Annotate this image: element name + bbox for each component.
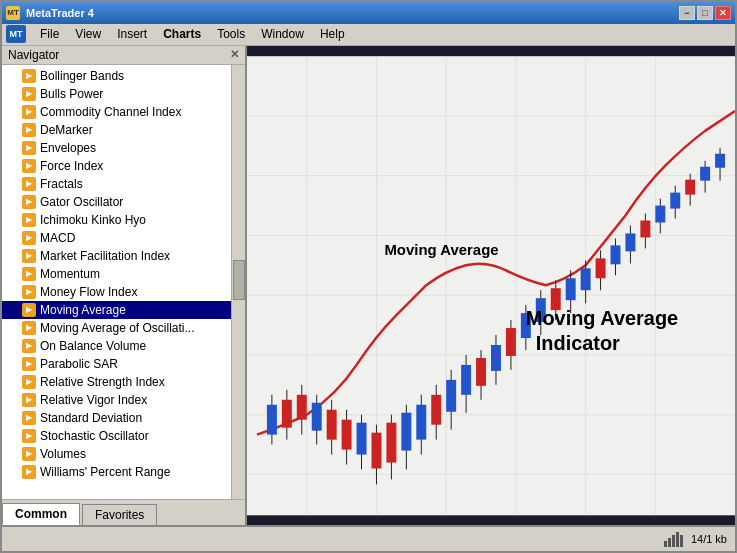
nav-item-icon: ▶ — [22, 195, 36, 209]
chart-svg: Moving Average Moving Average Indicator — [247, 46, 735, 525]
status-kb-label: 14/1 kb — [691, 533, 727, 545]
nav-item-label: On Balance Volume — [40, 339, 146, 353]
nav-item-icon: ▶ — [22, 393, 36, 407]
status-bar: 14/1 kb — [2, 525, 735, 551]
title-bar: MT MetaTrader 4 − □ ✕ — [2, 2, 735, 24]
menu-view[interactable]: View — [67, 25, 109, 43]
nav-item-icon: ▶ — [22, 429, 36, 443]
menu-window[interactable]: Window — [253, 25, 312, 43]
menu-app-icon: MT — [6, 25, 26, 43]
navigator-title: Navigator — [8, 48, 59, 62]
nav-item-icon: ▶ — [22, 213, 36, 227]
nav-item-label: Standard Deviation — [40, 411, 142, 425]
window-controls: − □ ✕ — [679, 6, 731, 20]
svg-rect-23 — [327, 409, 337, 439]
nav-item-label: Momentum — [40, 267, 100, 281]
nav-item[interactable]: ▶MACD — [2, 229, 245, 247]
nav-item[interactable]: ▶Bulls Power — [2, 85, 245, 103]
nav-item[interactable]: ▶Relative Strength Index — [2, 373, 245, 391]
nav-item-label: Money Flow Index — [40, 285, 137, 299]
maximize-button[interactable]: □ — [697, 6, 713, 20]
svg-rect-43 — [476, 358, 486, 386]
nav-item-label: Volumes — [40, 447, 86, 461]
nav-item-label: Relative Strength Index — [40, 375, 165, 389]
svg-rect-21 — [312, 402, 322, 430]
svg-rect-37 — [431, 394, 441, 424]
nav-item[interactable]: ▶Moving Average — [2, 301, 245, 319]
nav-item-icon: ▶ — [22, 285, 36, 299]
tab-common[interactable]: Common — [2, 503, 80, 525]
nav-item-label: MACD — [40, 231, 75, 245]
svg-rect-19 — [297, 394, 307, 419]
vol-bar-3 — [672, 535, 675, 547]
svg-rect-59 — [596, 258, 606, 278]
navigator-tabs: Common Favorites — [2, 499, 245, 525]
nav-item-label: Envelopes — [40, 141, 96, 155]
nav-item-label: Gator Oscillator — [40, 195, 123, 209]
navigator-close-btn[interactable]: ✕ — [230, 48, 239, 61]
nav-item-label: Bulls Power — [40, 87, 103, 101]
svg-rect-27 — [357, 422, 367, 454]
nav-item[interactable]: ▶Commodity Channel Index — [2, 103, 245, 121]
nav-item-icon: ▶ — [22, 141, 36, 155]
nav-item-icon: ▶ — [22, 357, 36, 371]
svg-rect-69 — [670, 192, 680, 208]
nav-item[interactable]: ▶Momentum — [2, 265, 245, 283]
menu-help[interactable]: Help — [312, 25, 353, 43]
nav-item-label: Market Facilitation Index — [40, 249, 170, 263]
vol-bar-2 — [668, 538, 671, 547]
tab-favorites[interactable]: Favorites — [82, 504, 157, 525]
nav-item-icon: ▶ — [22, 447, 36, 461]
nav-item-label: Force Index — [40, 159, 103, 173]
nav-item[interactable]: ▶DeMarker — [2, 121, 245, 139]
nav-item[interactable]: ▶Ichimoku Kinko Hyo — [2, 211, 245, 229]
svg-rect-41 — [461, 365, 471, 395]
nav-item-icon: ▶ — [22, 303, 36, 317]
nav-item-icon: ▶ — [22, 321, 36, 335]
nav-item[interactable]: ▶Standard Deviation — [2, 409, 245, 427]
nav-item-label: Moving Average — [40, 303, 126, 317]
chart-annotation-indicator-line2: Indicator — [536, 332, 620, 354]
menu-charts[interactable]: Charts — [155, 25, 209, 43]
nav-item[interactable]: ▶Market Facilitation Index — [2, 247, 245, 265]
nav-item[interactable]: ▶Williams' Percent Range — [2, 463, 245, 481]
nav-item[interactable]: ▶Gator Oscillator — [2, 193, 245, 211]
nav-item[interactable]: ▶Moving Average of Oscillati... — [2, 319, 245, 337]
nav-item[interactable]: ▶Parabolic SAR — [2, 355, 245, 373]
nav-item[interactable]: ▶Volumes — [2, 445, 245, 463]
nav-item[interactable]: ▶Relative Vigor Index — [2, 391, 245, 409]
nav-item[interactable]: ▶Bollinger Bands — [2, 67, 245, 85]
scrollbar-track — [232, 65, 245, 499]
app-icon: MT — [6, 6, 20, 20]
menu-bar: MT File View Insert Charts Tools Window … — [2, 24, 735, 46]
title-bar-text: MetaTrader 4 — [26, 7, 94, 19]
nav-scrollbar[interactable] — [231, 65, 245, 499]
nav-item-icon: ▶ — [22, 69, 36, 83]
nav-item[interactable]: ▶Fractals — [2, 175, 245, 193]
nav-item-label: Stochastic Oscillator — [40, 429, 149, 443]
vol-bar-4 — [676, 532, 679, 547]
scrollbar-thumb[interactable] — [233, 260, 245, 300]
close-button[interactable]: ✕ — [715, 6, 731, 20]
svg-rect-57 — [581, 268, 591, 290]
nav-item[interactable]: ▶Envelopes — [2, 139, 245, 157]
chart-annotation-ma: Moving Average — [384, 241, 498, 258]
nav-item[interactable]: ▶On Balance Volume — [2, 337, 245, 355]
menu-tools[interactable]: Tools — [209, 25, 253, 43]
minimize-button[interactable]: − — [679, 6, 695, 20]
main-window: MT MetaTrader 4 − □ ✕ MT File View Inser… — [0, 0, 737, 553]
svg-rect-47 — [506, 328, 516, 356]
nav-item[interactable]: ▶Force Index — [2, 157, 245, 175]
menu-insert[interactable]: Insert — [109, 25, 155, 43]
nav-item-label: Relative Vigor Index — [40, 393, 147, 407]
navigator-list: ▶Bollinger Bands▶Bulls Power▶Commodity C… — [2, 65, 245, 499]
menu-file[interactable]: File — [32, 25, 67, 43]
chart-area: Moving Average Moving Average Indicator — [247, 46, 735, 525]
nav-item[interactable]: ▶Stochastic Oscillator — [2, 427, 245, 445]
svg-rect-73 — [700, 166, 710, 180]
nav-item-icon: ▶ — [22, 249, 36, 263]
navigator-panel: Navigator ✕ ▶Bollinger Bands▶Bulls Power… — [2, 46, 247, 525]
nav-item[interactable]: ▶Money Flow Index — [2, 283, 245, 301]
nav-item-label: DeMarker — [40, 123, 93, 137]
nav-item-icon: ▶ — [22, 87, 36, 101]
